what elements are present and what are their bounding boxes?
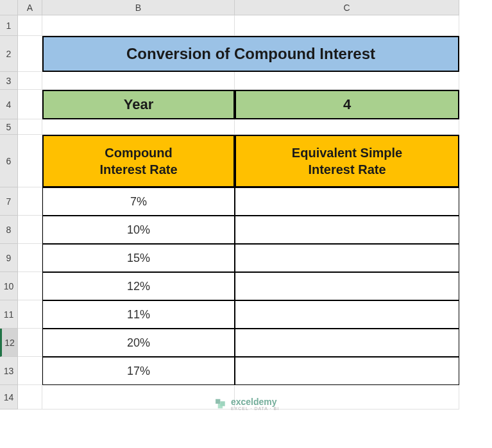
cell-c3[interactable] <box>235 72 459 90</box>
data-cell-c10[interactable] <box>235 272 459 300</box>
cell-a9[interactable] <box>18 244 42 272</box>
row-header-5[interactable]: 5 <box>0 119 18 135</box>
data-cell-b12[interactable]: 20% <box>42 329 235 357</box>
row-header-10[interactable]: 10 <box>0 272 18 300</box>
watermark-text: exceldemy EXCEL · DATA · BI <box>231 397 279 411</box>
row-header-7[interactable]: 7 <box>0 187 18 216</box>
year-label-cell[interactable]: Year <box>42 90 235 119</box>
row-header-9[interactable]: 9 <box>0 244 18 272</box>
watermark-name: exceldemy <box>231 397 279 406</box>
cell-c1[interactable] <box>235 15 459 36</box>
cell-a13[interactable] <box>18 357 42 385</box>
cell-b5[interactable] <box>42 119 235 135</box>
row-header-12[interactable]: 12 <box>0 329 18 357</box>
data-cell-c13[interactable] <box>235 357 459 385</box>
row-header-3[interactable]: 3 <box>0 72 18 90</box>
cell-a4[interactable] <box>18 90 42 119</box>
watermark: exceldemy EXCEL · DATA · BI <box>213 397 279 411</box>
select-all-corner[interactable] <box>0 0 18 15</box>
cell-a6[interactable] <box>18 135 42 187</box>
watermark-tagline: EXCEL · DATA · BI <box>231 406 279 411</box>
cell-b1[interactable] <box>42 15 235 36</box>
data-cell-c9[interactable] <box>235 244 459 272</box>
data-cell-b11[interactable]: 11% <box>42 300 235 329</box>
cell-a10[interactable] <box>18 272 42 300</box>
column-header-a[interactable]: A <box>18 0 42 15</box>
cell-a7[interactable] <box>18 187 42 216</box>
data-cell-c11[interactable] <box>235 300 459 329</box>
cell-a1[interactable] <box>18 15 42 36</box>
grid-area: Conversion of Compound InterestYear4Comp… <box>18 15 459 409</box>
cell-a14[interactable] <box>18 385 42 409</box>
data-cell-c7[interactable] <box>235 187 459 216</box>
row-header-8[interactable]: 8 <box>0 216 18 244</box>
cell-a5[interactable] <box>18 119 42 135</box>
column-header-c[interactable]: C <box>235 0 459 15</box>
row-header-14[interactable]: 14 <box>0 385 18 409</box>
row-header-13[interactable]: 13 <box>0 357 18 385</box>
data-cell-c8[interactable] <box>235 216 459 244</box>
data-cell-b8[interactable]: 10% <box>42 216 235 244</box>
row-header-11[interactable]: 11 <box>0 300 18 329</box>
row-headers: 1234567891011121314 <box>0 15 18 409</box>
row-header-4[interactable]: 4 <box>0 90 18 119</box>
cell-a2[interactable] <box>18 36 42 72</box>
column-headers: ABC <box>18 0 459 15</box>
data-cell-b7[interactable]: 7% <box>42 187 235 216</box>
cell-a8[interactable] <box>18 216 42 244</box>
header-compound-rate[interactable]: CompoundInterest Rate <box>42 135 235 187</box>
spreadsheet: ABC 1234567891011121314 Conversion of Co… <box>0 0 492 448</box>
data-cell-c12[interactable] <box>235 329 459 357</box>
cell-b14[interactable] <box>42 385 235 409</box>
header-simple-rate[interactable]: Equivalent SimpleInterest Rate <box>235 135 459 187</box>
title-cell[interactable]: Conversion of Compound Interest <box>42 36 459 72</box>
cell-a11[interactable] <box>18 300 42 329</box>
row-header-1[interactable]: 1 <box>0 15 18 36</box>
data-cell-b9[interactable]: 15% <box>42 244 235 272</box>
row-header-2[interactable]: 2 <box>0 36 18 72</box>
row-header-6[interactable]: 6 <box>0 135 18 187</box>
data-cell-b13[interactable]: 17% <box>42 357 235 385</box>
column-header-b[interactable]: B <box>42 0 235 15</box>
cell-b3[interactable] <box>42 72 235 90</box>
watermark-logo-icon <box>213 397 227 411</box>
cell-a3[interactable] <box>18 72 42 90</box>
year-value-cell[interactable]: 4 <box>235 90 459 119</box>
cell-c5[interactable] <box>235 119 459 135</box>
cell-a12[interactable] <box>18 329 42 357</box>
data-cell-b10[interactable]: 12% <box>42 272 235 300</box>
